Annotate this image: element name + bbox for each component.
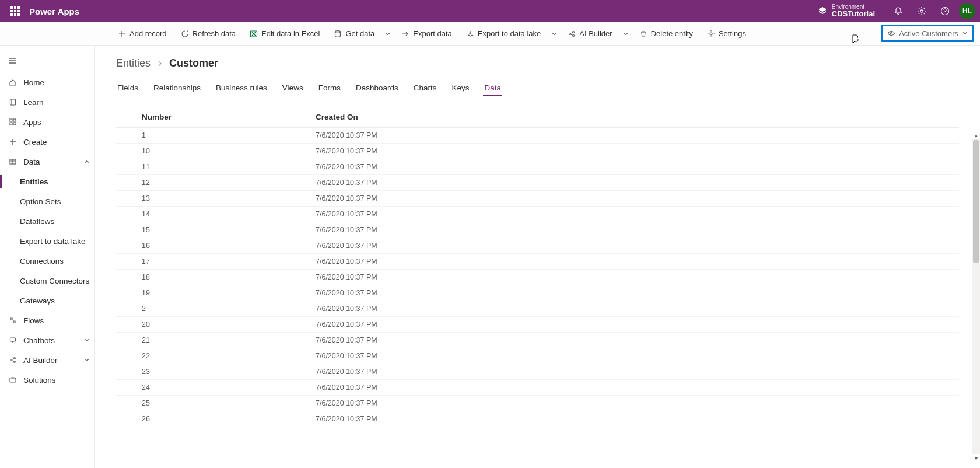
- nav-entities[interactable]: Entities: [0, 172, 94, 191]
- chevron-down-icon: [385, 31, 391, 37]
- nav-apps[interactable]: Apps: [0, 112, 94, 132]
- nav-solutions-label: Solutions: [23, 376, 56, 385]
- table-row[interactable]: 197/6/2020 10:37 PM: [116, 285, 959, 301]
- entity-tabs: Fields Relationships Business rules View…: [116, 80, 959, 96]
- nav-connections[interactable]: Connections: [0, 251, 94, 271]
- nav-data-label: Data: [23, 158, 40, 166]
- export-data-button[interactable]: Export data: [394, 22, 459, 46]
- nav-learn[interactable]: Learn: [0, 92, 94, 112]
- cell-created-on: 7/6/2020 10:37 PM: [316, 348, 959, 364]
- export-to-lake-button[interactable]: Export to data lake: [459, 22, 548, 46]
- cell-number: 16: [116, 238, 316, 254]
- cell-number: 21: [116, 333, 316, 348]
- view-selector-dropdown[interactable]: Active Customers: [881, 25, 974, 42]
- svg-rect-19: [10, 378, 16, 382]
- nav-chatbots[interactable]: Chatbots: [0, 330, 94, 350]
- table-row[interactable]: 267/6/2020 10:37 PM: [116, 411, 959, 427]
- cell-created-on: 7/6/2020 10:37 PM: [316, 144, 959, 159]
- nav-export-lake[interactable]: Export to data lake: [0, 231, 94, 251]
- table-row[interactable]: 147/6/2020 10:37 PM: [116, 207, 959, 222]
- hamburger-button[interactable]: [0, 49, 94, 72]
- tab-forms[interactable]: Forms: [317, 80, 342, 96]
- cell-created-on: 7/6/2020 10:37 PM: [316, 380, 959, 396]
- table-row[interactable]: 257/6/2020 10:37 PM: [116, 396, 959, 411]
- nav-option-sets[interactable]: Option Sets: [0, 191, 94, 211]
- cell-number: 17: [116, 254, 316, 270]
- tab-views[interactable]: Views: [281, 80, 304, 96]
- cell-number: 22: [116, 348, 316, 364]
- help-button[interactable]: [933, 0, 957, 22]
- table-row[interactable]: 137/6/2020 10:37 PM: [116, 191, 959, 207]
- notifications-button[interactable]: [887, 0, 910, 22]
- table-row[interactable]: 177/6/2020 10:37 PM: [116, 254, 959, 270]
- gear-icon: [707, 30, 715, 38]
- column-header-created-on[interactable]: Created On: [316, 107, 959, 128]
- export-to-lake-dropdown[interactable]: [548, 22, 561, 46]
- tab-charts[interactable]: Charts: [412, 80, 438, 96]
- breadcrumb-root[interactable]: Entities: [116, 57, 150, 69]
- nav-dataflows[interactable]: Dataflows: [0, 211, 94, 231]
- user-avatar[interactable]: HL: [959, 3, 975, 19]
- waffle-icon: [10, 6, 20, 16]
- edit-in-excel-button[interactable]: Edit data in Excel: [243, 22, 327, 46]
- vertical-scrollbar[interactable]: ▴ ▾: [972, 139, 980, 454]
- side-navigation: Home Learn Apps Create Data Entities Opt…: [0, 46, 95, 468]
- svg-rect-12: [10, 123, 12, 125]
- nav-chatbots-label: Chatbots: [23, 336, 55, 345]
- app-launcher-button[interactable]: [5, 1, 26, 22]
- environment-picker[interactable]: Environment CDSTutorial: [818, 4, 875, 18]
- command-bar: Add record Refresh data Edit data in Exc…: [0, 22, 980, 46]
- table-row[interactable]: 237/6/2020 10:37 PM: [116, 364, 959, 380]
- table-row[interactable]: 17/6/2020 10:37 PM: [116, 128, 959, 144]
- environment-icon: [818, 6, 827, 16]
- settings-command-button[interactable]: Settings: [700, 22, 753, 46]
- refresh-data-label: Refresh data: [192, 29, 236, 38]
- nav-flows[interactable]: Flows: [0, 310, 94, 330]
- table-row[interactable]: 107/6/2020 10:37 PM: [116, 144, 959, 159]
- tab-relationships[interactable]: Relationships: [152, 80, 202, 96]
- svg-point-3: [335, 30, 341, 33]
- table-row[interactable]: 207/6/2020 10:37 PM: [116, 317, 959, 333]
- refresh-data-button[interactable]: Refresh data: [174, 22, 243, 46]
- table-row[interactable]: 157/6/2020 10:37 PM: [116, 222, 959, 238]
- table-row[interactable]: 127/6/2020 10:37 PM: [116, 175, 959, 191]
- chevron-right-icon: [156, 60, 163, 67]
- scroll-down-arrow[interactable]: ▾: [972, 454, 980, 462]
- table-row[interactable]: 227/6/2020 10:37 PM: [116, 348, 959, 364]
- cell-created-on: 7/6/2020 10:37 PM: [316, 128, 959, 144]
- table-row[interactable]: 187/6/2020 10:37 PM: [116, 270, 959, 285]
- table-row[interactable]: 117/6/2020 10:37 PM: [116, 159, 959, 175]
- scroll-thumb[interactable]: [973, 140, 979, 263]
- cell-created-on: 7/6/2020 10:37 PM: [316, 301, 959, 317]
- nav-gateways[interactable]: Gateways: [0, 291, 94, 310]
- nav-home[interactable]: Home: [0, 72, 94, 92]
- tab-business-rules[interactable]: Business rules: [215, 80, 268, 96]
- add-record-button[interactable]: Add record: [111, 22, 174, 46]
- get-data-dropdown[interactable]: [382, 22, 394, 46]
- table-row[interactable]: 27/6/2020 10:37 PM: [116, 301, 959, 317]
- nav-ai-builder[interactable]: AI Builder: [0, 350, 94, 370]
- tab-data[interactable]: Data: [483, 80, 502, 96]
- nav-data[interactable]: Data: [0, 152, 94, 172]
- tab-fields[interactable]: Fields: [116, 80, 139, 96]
- tab-keys[interactable]: Keys: [450, 80, 470, 96]
- nav-solutions[interactable]: Solutions: [0, 370, 94, 390]
- settings-button[interactable]: [910, 0, 933, 22]
- view-selector-label: Active Customers: [899, 29, 958, 38]
- scroll-up-arrow[interactable]: ▴: [972, 131, 980, 139]
- svg-point-8: [891, 33, 892, 34]
- svg-point-7: [710, 33, 712, 35]
- data-icon: [8, 158, 18, 166]
- table-row[interactable]: 167/6/2020 10:37 PM: [116, 238, 959, 254]
- ai-builder-dropdown[interactable]: [620, 22, 632, 46]
- get-data-button[interactable]: Get data: [327, 22, 382, 46]
- delete-entity-button[interactable]: Delete entity: [632, 22, 700, 46]
- nav-custom-connectors[interactable]: Custom Connectors: [0, 271, 94, 291]
- nav-flows-label: Flows: [23, 316, 44, 325]
- nav-create[interactable]: Create: [0, 132, 94, 152]
- table-row[interactable]: 247/6/2020 10:37 PM: [116, 380, 959, 396]
- tab-dashboards[interactable]: Dashboards: [355, 80, 400, 96]
- table-row[interactable]: 217/6/2020 10:37 PM: [116, 333, 959, 348]
- column-header-number[interactable]: Number: [116, 107, 316, 128]
- ai-builder-button[interactable]: AI Builder: [561, 22, 619, 46]
